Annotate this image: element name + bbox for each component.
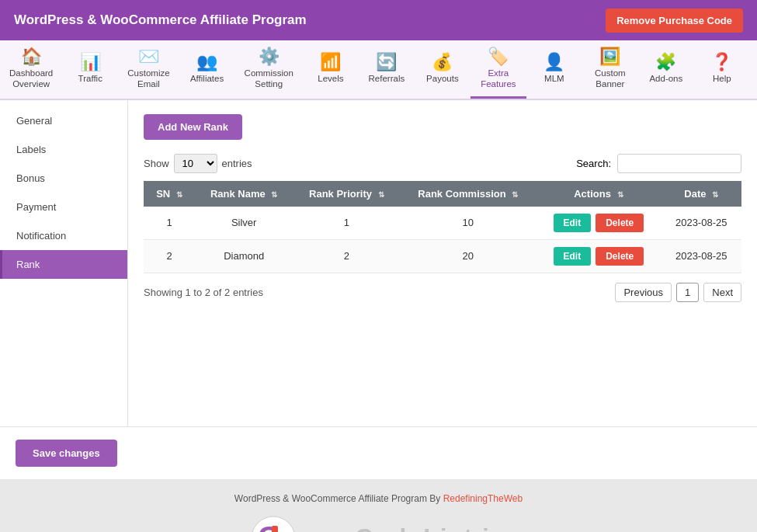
sidebar: GeneralLabelsBonusPaymentNotificationRan… bbox=[0, 100, 128, 426]
cell-rank-commission: 10 bbox=[400, 207, 536, 240]
help-icon: ❓ bbox=[711, 54, 732, 71]
search-input[interactable] bbox=[617, 154, 741, 173]
table-row: 1 Silver 1 10 Edit Delete 2023-08-25 bbox=[144, 207, 741, 240]
custom-banner-icon: 🖼️ bbox=[599, 48, 620, 65]
cell-date: 2023-08-25 bbox=[661, 207, 741, 240]
nav-label-add-ons: Add-ons bbox=[649, 74, 682, 85]
nav-label-levels: Levels bbox=[318, 74, 343, 85]
col-date: Date ⇅ bbox=[661, 181, 741, 207]
entries-select[interactable]: 10 25 50 100 bbox=[174, 154, 217, 173]
footer: WordPress & WooCommerce Affiliate Progra… bbox=[0, 479, 757, 532]
table-controls: Show 10 25 50 100 entries Search: bbox=[144, 154, 741, 173]
nav-item-help[interactable]: ❓Help bbox=[694, 40, 750, 99]
nav-item-customize-email[interactable]: ✉️Customize Email bbox=[118, 40, 179, 99]
next-button[interactable]: Next bbox=[703, 283, 741, 302]
previous-button[interactable]: Previous bbox=[615, 283, 672, 302]
nav-label-customize-email: Customize Email bbox=[127, 68, 169, 90]
nav-item-traffic[interactable]: 📊Traffic bbox=[62, 40, 118, 99]
sort-arrows-date: ⇅ bbox=[712, 190, 718, 199]
nav-label-dashboard-overview: Dashboard Overview bbox=[9, 68, 53, 90]
nav-item-mlm[interactable]: 👤MLM bbox=[526, 40, 582, 99]
add-ons-icon: 🧩 bbox=[655, 54, 676, 71]
sidebar-item-payment[interactable]: Payment bbox=[0, 193, 127, 221]
pagination: Previous 1 Next bbox=[615, 283, 741, 302]
footer-prefix: WordPress & WooCommerce Affiliate Progra… bbox=[234, 493, 443, 504]
edit-button[interactable]: Edit bbox=[554, 247, 592, 266]
search-label: Search: bbox=[576, 158, 611, 169]
entries-label: entries bbox=[222, 158, 252, 169]
col-rank-priority: Rank Priority ⇅ bbox=[293, 181, 400, 207]
nav-item-commission-setting[interactable]: ⚙️Commission Setting bbox=[235, 40, 303, 99]
extra-features-icon: 🏷️ bbox=[488, 48, 509, 65]
affiliates-icon: 👥 bbox=[196, 54, 217, 71]
content-area: Add New Rank Show 10 25 50 100 entries S… bbox=[128, 100, 757, 426]
customize-email-icon: ✉️ bbox=[138, 48, 159, 65]
cell-actions: Edit Delete bbox=[536, 207, 661, 240]
sidebar-item-notification[interactable]: Notification bbox=[0, 221, 127, 250]
footer-logo-area: C CodeList CodeList.in bbox=[0, 509, 757, 532]
nav-item-extra-features[interactable]: 🏷️Extra Features bbox=[471, 40, 526, 99]
sidebar-item-rank[interactable]: Rank bbox=[0, 250, 127, 279]
showing-entries-text: Showing 1 to 2 of 2 entries bbox=[144, 287, 263, 298]
app-header: WordPress & WooCommerce Affiliate Progra… bbox=[0, 0, 757, 40]
nav-label-traffic: Traffic bbox=[78, 74, 102, 85]
nav-item-levels[interactable]: 📶Levels bbox=[303, 40, 359, 99]
edit-button[interactable]: Edit bbox=[554, 214, 592, 232]
nav-label-extra-features: Extra Features bbox=[481, 68, 516, 90]
nav-item-add-ons[interactable]: 🧩Add-ons bbox=[638, 40, 694, 99]
commission-setting-icon: ⚙️ bbox=[259, 48, 280, 65]
search-box: Search: bbox=[576, 154, 741, 173]
sidebar-item-labels[interactable]: Labels bbox=[0, 135, 127, 164]
nav-label-help: Help bbox=[713, 74, 731, 85]
nav-item-referrals[interactable]: 🔄Referrals bbox=[359, 40, 415, 99]
col-rank-name: Rank Name ⇅ bbox=[195, 181, 293, 207]
nav-item-payouts[interactable]: 💰Payouts bbox=[415, 40, 471, 99]
nav-label-custom-banner: Custom Banner bbox=[595, 68, 626, 90]
traffic-icon: 📊 bbox=[80, 54, 101, 71]
cell-rank-priority: 1 bbox=[293, 207, 400, 240]
nav-label-commission-setting: Commission Setting bbox=[245, 68, 293, 90]
sort-arrows-rank-commission: ⇅ bbox=[512, 190, 518, 199]
cell-rank-name: Silver bbox=[195, 207, 293, 240]
nav-label-mlm: MLM bbox=[544, 74, 564, 85]
footer-text: WordPress & WooCommerce Affiliate Progra… bbox=[0, 493, 757, 504]
table-footer: Showing 1 to 2 of 2 entries Previous 1 N… bbox=[144, 283, 741, 302]
add-new-rank-button[interactable]: Add New Rank bbox=[144, 114, 242, 140]
referrals-icon: 🔄 bbox=[376, 54, 397, 71]
show-entries-control: Show 10 25 50 100 entries bbox=[144, 154, 252, 173]
nav-item-custom-banner[interactable]: 🖼️Custom Banner bbox=[582, 40, 638, 99]
cell-sn: 2 bbox=[144, 239, 195, 273]
delete-button[interactable]: Delete bbox=[596, 214, 644, 232]
app-title: WordPress & WooCommerce Affiliate Progra… bbox=[14, 12, 307, 28]
sidebar-item-general[interactable]: General bbox=[0, 106, 127, 135]
sort-arrows-rank-priority: ⇅ bbox=[378, 190, 384, 199]
page-1-button[interactable]: 1 bbox=[676, 283, 699, 302]
cell-sn: 1 bbox=[144, 207, 195, 240]
remove-purchase-code-button[interactable]: Remove Purchase Code bbox=[606, 9, 743, 33]
cell-rank-priority: 2 bbox=[293, 239, 400, 273]
svg-rect-2 bbox=[272, 526, 278, 532]
table-body: 1 Silver 1 10 Edit Delete 2023-08-25 2 D… bbox=[144, 207, 741, 273]
main-layout: GeneralLabelsBonusPaymentNotificationRan… bbox=[0, 100, 757, 426]
sidebar-item-bonus[interactable]: Bonus bbox=[0, 164, 127, 193]
cell-actions: Edit Delete bbox=[536, 239, 661, 273]
cell-rank-commission: 20 bbox=[400, 239, 536, 273]
save-section: Save changes bbox=[0, 426, 757, 479]
delete-button[interactable]: Delete bbox=[596, 247, 644, 266]
dashboard-overview-icon: 🏠 bbox=[21, 48, 42, 65]
cell-rank-name: Diamond bbox=[195, 239, 293, 273]
col-sn: SN ⇅ bbox=[144, 181, 195, 207]
show-label: Show bbox=[144, 158, 169, 169]
col-rank-commission: Rank Commission ⇅ bbox=[400, 181, 536, 207]
nav-label-affiliates: Affiliates bbox=[190, 74, 224, 85]
levels-icon: 📶 bbox=[320, 54, 341, 71]
save-changes-button[interactable]: Save changes bbox=[16, 440, 117, 467]
table-row: 2 Diamond 2 20 Edit Delete 2023-08-25 bbox=[144, 239, 741, 273]
mlm-icon: 👤 bbox=[543, 54, 564, 71]
nav-item-affiliates[interactable]: 👥Affiliates bbox=[179, 40, 235, 99]
nav-item-dashboard-overview[interactable]: 🏠Dashboard Overview bbox=[0, 40, 62, 99]
payouts-icon: 💰 bbox=[432, 54, 453, 71]
footer-link[interactable]: RedefiningTheWeb bbox=[443, 493, 523, 504]
nav-label-payouts: Payouts bbox=[426, 74, 459, 85]
table-header: SN ⇅ Rank Name ⇅ Rank Priority ⇅ Rank Co… bbox=[144, 181, 741, 207]
